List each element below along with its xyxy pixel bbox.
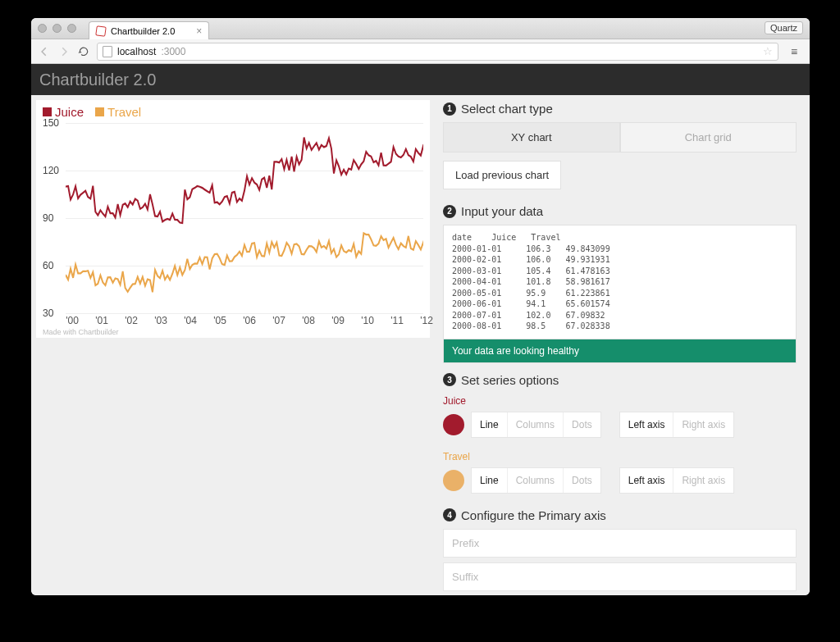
- step-number-icon: 1: [443, 102, 456, 116]
- step-4: 4 Configure the Primary axis: [443, 508, 797, 522]
- navbar: localhost:3000 ☆ ≡: [31, 39, 810, 64]
- chart-plot: 150120906030: [43, 123, 423, 313]
- chart-box: Juice Travel 150120906030 '00'01'02'03'0…: [36, 100, 430, 338]
- option-left-axis[interactable]: Left axis: [620, 468, 674, 493]
- axis-options: Left axis Right axis: [619, 467, 734, 494]
- x-tick: '02: [125, 315, 138, 326]
- x-tick: '08: [302, 315, 315, 326]
- browser-tab[interactable]: Chartbuilder 2.0 ×: [89, 21, 209, 39]
- url-host: localhost: [117, 46, 156, 57]
- quartz-button[interactable]: Quartz: [765, 21, 803, 34]
- option-line[interactable]: Line: [472, 412, 508, 437]
- y-tick: 30: [43, 307, 53, 319]
- page-icon: [103, 46, 112, 57]
- app-header: Chartbuilder 2.0: [31, 64, 810, 95]
- chart-style-options: Line Columns Dots: [471, 467, 601, 494]
- maximize-window-icon[interactable]: [67, 24, 76, 33]
- suffix-input[interactable]: [443, 562, 797, 591]
- x-tick: '00: [66, 315, 79, 326]
- legend-label: Travel: [107, 105, 141, 119]
- x-tick: '06: [243, 315, 256, 326]
- step-title: Set series options: [461, 373, 559, 387]
- option-dots[interactable]: Dots: [564, 412, 600, 437]
- option-right-axis[interactable]: Right axis: [673, 412, 733, 437]
- y-tick: 90: [43, 212, 53, 224]
- legend-swatch-travel: [95, 107, 104, 116]
- x-tick: '04: [184, 315, 197, 326]
- load-previous-button[interactable]: Load previous chart: [443, 161, 561, 189]
- status-banner: Your data are looking healthy: [443, 339, 797, 363]
- option-line[interactable]: Line: [472, 468, 508, 493]
- bookmark-star-icon[interactable]: ☆: [763, 45, 773, 57]
- x-tick: '03: [154, 315, 167, 326]
- tab-xy-chart[interactable]: XY chart: [443, 122, 620, 153]
- reload-button[interactable]: [77, 45, 90, 58]
- step-2: 2 Input your data: [443, 204, 797, 218]
- step-1: 1 Select chart type: [443, 102, 797, 116]
- favicon-icon: [96, 26, 106, 36]
- legend-swatch-juice: [43, 107, 52, 116]
- option-dots[interactable]: Dots: [564, 468, 600, 493]
- app-title: Chartbuilder 2.0: [39, 71, 156, 89]
- titlebar: Chartbuilder 2.0 × Quartz: [31, 18, 810, 39]
- step-number-icon: 3: [443, 373, 456, 386]
- data-textarea[interactable]: date Juice Travel 2000-01-01 106.3 49.84…: [443, 225, 797, 339]
- window-controls[interactable]: [38, 24, 76, 33]
- series-row-travel: Line Columns Dots Left axis Right axis: [443, 467, 797, 494]
- tab-title: Chartbuilder 2.0: [111, 26, 175, 36]
- option-left-axis[interactable]: Left axis: [620, 412, 674, 437]
- series-row-juice: Line Columns Dots Left axis Right axis: [443, 412, 797, 438]
- x-tick: '12: [420, 315, 433, 326]
- y-tick: 60: [43, 260, 53, 271]
- x-tick: '01: [95, 315, 108, 326]
- gridline: [66, 313, 423, 314]
- made-with-label: Made with Chartbuilder: [43, 328, 119, 336]
- x-tick: '07: [272, 315, 285, 326]
- series-label-travel: Travel: [443, 451, 797, 462]
- chart-pane: Juice Travel 150120906030 '00'01'02'03'0…: [31, 95, 435, 595]
- chart-style-options: Line Columns Dots: [471, 412, 601, 438]
- close-tab-icon[interactable]: ×: [196, 25, 202, 37]
- content: Juice Travel 150120906030 '00'01'02'03'0…: [31, 95, 810, 595]
- step-3: 3 Set series options: [443, 373, 797, 387]
- step-title: Select chart type: [461, 102, 553, 116]
- x-tick: '11: [390, 315, 404, 326]
- legend-item-travel: Travel: [95, 105, 141, 119]
- hamburger-menu-icon[interactable]: ≡: [785, 45, 803, 58]
- y-tick: 120: [43, 165, 59, 176]
- controls-pane: 1 Select chart type XY chart Chart grid …: [435, 95, 810, 595]
- x-tick: '05: [213, 315, 226, 326]
- url-port: :3000: [161, 46, 185, 57]
- prefix-input[interactable]: [443, 529, 797, 558]
- chart-legend: Juice Travel: [43, 105, 423, 119]
- step-title: Input your data: [461, 204, 543, 218]
- tab-chart-grid[interactable]: Chart grid: [620, 122, 797, 153]
- url-bar[interactable]: localhost:3000 ☆: [97, 43, 778, 61]
- series-label-juice: Juice: [443, 395, 797, 407]
- legend-label: Juice: [55, 105, 84, 119]
- step-number-icon: 4: [443, 508, 456, 521]
- step-title: Configure the Primary axis: [461, 508, 606, 522]
- x-tick: '09: [331, 315, 345, 326]
- option-columns[interactable]: Columns: [508, 468, 564, 493]
- chart-type-tabs: XY chart Chart grid: [443, 122, 797, 153]
- color-swatch-travel[interactable]: [443, 470, 464, 491]
- axis-options: Left axis Right axis: [619, 412, 734, 438]
- color-swatch-juice[interactable]: [443, 414, 464, 435]
- back-button[interactable]: [38, 45, 51, 58]
- y-tick: 150: [43, 117, 59, 129]
- step-number-icon: 2: [443, 205, 456, 218]
- minimize-window-icon[interactable]: [52, 24, 62, 33]
- forward-button[interactable]: [57, 45, 71, 58]
- option-columns[interactable]: Columns: [508, 412, 564, 437]
- x-tick: '10: [361, 315, 374, 326]
- close-window-icon[interactable]: [38, 24, 47, 33]
- chart-svg: [66, 123, 423, 313]
- browser-window: Chartbuilder 2.0 × Quartz localhost:3000…: [31, 18, 810, 595]
- option-right-axis[interactable]: Right axis: [673, 468, 733, 493]
